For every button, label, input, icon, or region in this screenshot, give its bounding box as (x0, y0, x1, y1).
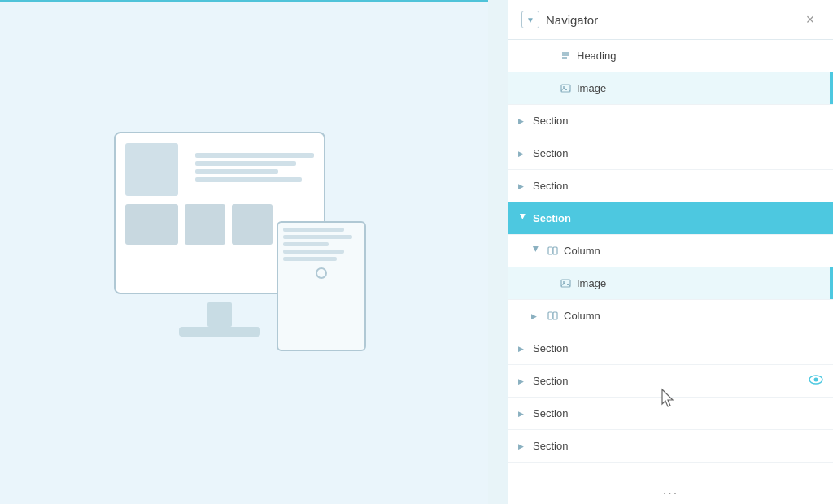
chevron-right-icon: ▶ (518, 182, 528, 190)
section-5-label: Section (533, 375, 809, 387)
section-3-label: Section (533, 180, 823, 192)
image-nested-label: Image (577, 277, 823, 289)
navigator-title: Navigator (546, 13, 598, 27)
svg-rect-5 (548, 247, 552, 254)
tree-item-section-7[interactable]: ▶ Section (508, 430, 833, 463)
tablet-illustration (277, 221, 366, 351)
chevron-right-icon: ▶ (518, 345, 528, 353)
section-4-label: Section (533, 342, 823, 354)
navigator-panel: ▼ Navigator × Heading (508, 0, 833, 504)
image-icon (559, 82, 572, 95)
chevron-right-icon: ▶ (518, 410, 528, 418)
section-2-label: Section (533, 147, 823, 159)
section-6-label: Section (533, 407, 823, 419)
svg-point-12 (814, 378, 818, 382)
tree-item-heading[interactable]: Heading (508, 40, 833, 72)
text-icon (559, 50, 572, 63)
svg-rect-10 (553, 312, 557, 319)
svg-rect-3 (561, 85, 570, 92)
tree-item-section-6[interactable]: ▶ Section (508, 398, 833, 430)
column-icon (546, 245, 559, 258)
navigator-header: ▼ Navigator × (508, 0, 833, 40)
svg-rect-6 (553, 247, 557, 254)
navigator-footer: ... (508, 476, 833, 504)
tree-item-section-3[interactable]: ▶ Section (508, 170, 833, 202)
chevron-right-icon: ▶ (518, 377, 528, 385)
heading-label: Heading (577, 50, 823, 62)
section-active-label: Section (533, 212, 823, 224)
chevron-down-icon: ▶ (532, 246, 540, 256)
tree-item-section-2[interactable]: ▶ Section (508, 137, 833, 170)
visibility-icon[interactable] (809, 374, 823, 388)
chevron-right-icon: ▶ (518, 150, 528, 158)
chevron-down-icon: ▶ (519, 214, 527, 224)
canvas-area (0, 0, 488, 504)
close-button[interactable]: × (800, 10, 820, 29)
tree-item-column-2[interactable]: ▶ Column (508, 300, 833, 332)
tree-item-image-nested[interactable]: Image (508, 267, 833, 300)
column-1-label: Column (564, 245, 823, 257)
tree-item-section-4[interactable]: ▶ Section (508, 332, 833, 365)
image-top-label: Image (577, 82, 823, 94)
svg-rect-7 (561, 280, 570, 287)
tree-item-section-5[interactable]: ▶ Section (508, 365, 833, 398)
accent-bar (830, 72, 833, 104)
section-7-label: Section (533, 440, 823, 452)
svg-rect-9 (548, 312, 552, 319)
column-icon-2 (546, 310, 559, 323)
chevron-right-icon: ▶ (518, 117, 528, 125)
monitor-stand (207, 302, 232, 327)
tree-item-column-1[interactable]: ▶ Column (508, 235, 833, 267)
chevron-right-icon: ▶ (531, 312, 541, 320)
monitor-illustration (114, 132, 374, 376)
footer-dots: ... (663, 483, 678, 497)
nav-header-left: ▼ Navigator (521, 11, 598, 28)
tree-item-section-active[interactable]: ▶ Section (508, 202, 833, 235)
chevron-right-icon: ▶ (518, 442, 528, 450)
monitor-base (179, 327, 260, 337)
image-icon-nested (559, 277, 572, 290)
section-1-label: Section (533, 115, 823, 127)
tree-item-section-1[interactable]: ▶ Section (508, 105, 833, 137)
tree-item-image-top[interactable]: Image (508, 72, 833, 105)
accent-bar-nested (830, 267, 833, 299)
column-2-label: Column (564, 310, 823, 322)
collapse-icon[interactable]: ▼ (521, 11, 539, 28)
navigator-list[interactable]: Heading Image ▶ Section ▶ Section (508, 40, 833, 476)
